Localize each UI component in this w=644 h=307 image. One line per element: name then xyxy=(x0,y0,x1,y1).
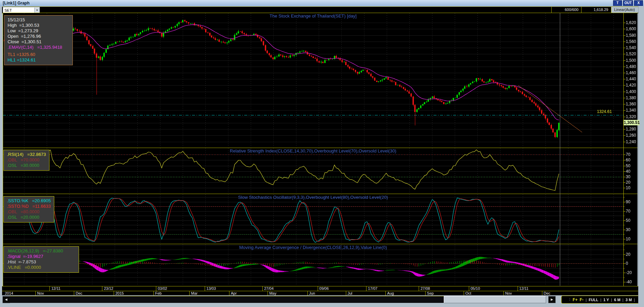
toolbar-grip-icon: ⁞ xyxy=(569,298,571,302)
separator: | xyxy=(600,298,601,302)
range-button-3m[interactable]: 3 M xyxy=(625,298,632,302)
y-tick-label: 1,560 xyxy=(626,39,636,44)
horizontal-scrollbar: ◀ ▶ ⁞F+F-|FULL|1 Y|6 M|3 M| xyxy=(0,295,644,304)
legend-line: 15/12/15 xyxy=(8,17,69,23)
x-date-tick: 13/03 xyxy=(205,286,216,291)
x-date-tick: 12/11 xyxy=(49,286,60,291)
x-date-tick: 17/07 xyxy=(366,286,377,291)
y-tick-label: 1,580 xyxy=(626,33,636,38)
legend-line: HL1 =1324.61 xyxy=(8,57,69,63)
separator: | xyxy=(586,298,587,302)
stoch-legend-box[interactable]: .SSTO.%K =20.6905.SSTO.%D =11.6633.OBL =… xyxy=(3,196,54,223)
y-tick-label: 1,320 xyxy=(626,114,636,119)
x-date-tick: 23/12 xyxy=(102,286,113,291)
x-date-tick: 03/02 xyxy=(156,286,167,291)
chart-canvas[interactable] xyxy=(0,0,644,307)
separator: | xyxy=(634,298,635,302)
range-button-6m[interactable]: 6 M xyxy=(614,298,620,302)
legend-line: .EMAV(C,14) =1,325.9418 xyxy=(8,45,69,50)
legend-line: .VLINE =0.0000 xyxy=(7,265,76,270)
legend-line: .OBL =80.0000 xyxy=(7,209,51,215)
legend-line: Low =1,273.29 xyxy=(8,28,69,34)
y-tick-label: 1,340 xyxy=(626,108,636,113)
y-tick-label: 50 xyxy=(626,218,630,223)
range-button-full[interactable]: FULL xyxy=(589,298,598,302)
legend-line: .Signal =-19.9627 xyxy=(7,254,76,259)
range-toolbar: ⁞F+F-|FULL|1 Y|6 M|3 M| xyxy=(561,296,643,304)
legend-line: .SSTO.%D =11.6633 xyxy=(7,204,51,209)
scroll-left-button[interactable]: ◀ xyxy=(2,296,10,303)
y-tick-label: 30 xyxy=(626,174,630,179)
y-tick-label: 1,500 xyxy=(626,58,636,63)
window-frame-left xyxy=(0,6,2,307)
range-button-1y[interactable]: 1 Y xyxy=(603,298,609,302)
y-tick-label: 1,380 xyxy=(626,95,636,100)
main-chart-title: The Stock Exchange of Thailand(SET) [day… xyxy=(3,13,623,19)
legend-line: .OSL =20.0000 xyxy=(7,215,51,220)
hline-value-label: 1324.61 xyxy=(597,109,612,114)
x-date-tick: 27/08 xyxy=(419,286,430,291)
y-tick-label: 1,420 xyxy=(626,83,636,88)
scrollbar-thumb[interactable] xyxy=(444,296,546,303)
y-tick-label: 10 xyxy=(626,185,630,190)
y-tick-label: -20 xyxy=(626,270,632,275)
scrollbar-track[interactable] xyxy=(10,296,444,303)
y-tick-label: 0 xyxy=(626,261,628,266)
app-window: [Link1] Graph T OUT X SET ▼ 600/600 1,61… xyxy=(0,0,644,307)
x-date-tick: 09/06 xyxy=(318,286,329,291)
legend-line: .RSI(14) =32.8673 xyxy=(7,152,46,157)
y-tick-label: 60 xyxy=(626,158,630,162)
legend-line: .Hist =-7.8753 xyxy=(7,259,76,265)
rsi-title: Relative Strength Index(CLOSE,14,30,70),… xyxy=(3,148,623,154)
y-tick-label: 1,360 xyxy=(626,102,636,106)
legend-line: .OSL =30.0000 xyxy=(7,163,46,168)
zoom-in-button[interactable]: F+ xyxy=(573,297,577,302)
y-tick-label: 50 xyxy=(626,163,630,168)
y-tick-label: 1,280 xyxy=(626,127,636,132)
y-tick-label: 1,480 xyxy=(626,64,636,69)
legend-line: Open =1,276.96 xyxy=(8,34,69,39)
x-date-tick: 27/04 xyxy=(262,286,274,291)
window-frame-bottom xyxy=(0,304,644,307)
legend-line: .MACD(26,12,9) =-27.8380 xyxy=(7,248,76,254)
y-tick-label: 1,620 xyxy=(626,20,636,25)
y-tick-label: 20 xyxy=(626,252,630,257)
y-tick-label: 10 xyxy=(626,237,630,241)
legend-line: Close =1,300.51 xyxy=(8,39,69,45)
window-frame-right xyxy=(638,6,644,307)
y-tick-label: 1,400 xyxy=(626,89,636,94)
y-tick-label: 1,440 xyxy=(626,77,636,81)
zoom-out-button[interactable]: F- xyxy=(580,297,584,302)
separator: | xyxy=(622,298,623,302)
chart-area: The Stock Exchange of Thailand(SET) [day… xyxy=(0,13,644,295)
last-price-tag: 1,300.51 xyxy=(624,120,640,125)
y-tick-label: 90 xyxy=(626,200,630,204)
y-tick-label: 30 xyxy=(626,227,630,232)
x-axis-dates: 12/1123/1203/0213/0327/0409/0617/0727/08… xyxy=(2,286,638,291)
y-tick-label: 70 xyxy=(626,152,630,157)
macd-legend-box[interactable]: .MACD(26,12,9) =-27.8380.Signal =-19.962… xyxy=(3,246,79,273)
y-tick-label: 1,540 xyxy=(626,45,636,50)
y-tick-label: 40 xyxy=(626,169,630,174)
x-date-tick: 12/11 xyxy=(518,286,529,291)
y-tick-label: 1,260 xyxy=(626,133,636,138)
legend-line: .SSTO.%K =20.6905 xyxy=(7,198,51,204)
y-tick-label: 1,520 xyxy=(626,52,636,56)
legend-line: High =1,300.53 xyxy=(8,23,69,28)
y-tick-label: 1,240 xyxy=(626,139,636,144)
ohlc-info-box[interactable]: 15/12/15High =1,300.53Low =1,273.29Open … xyxy=(4,15,73,65)
legend-line: .OBL =70.0000 xyxy=(7,157,46,163)
separator: | xyxy=(611,298,612,302)
stoch-title: Slow Stochastics Oscillator(9,3,3),Overb… xyxy=(3,195,623,200)
rsi-legend-box[interactable]: .RSI(14) =32.8673.OBL =70.0000.OSL =30.0… xyxy=(3,150,49,171)
legend-line: TL1 =1325.60 xyxy=(8,52,69,57)
y-tick-label: 70 xyxy=(626,209,630,214)
scroll-right-button[interactable]: ▶ xyxy=(548,296,556,303)
macd-title: Moving Average Convergence / Divergence(… xyxy=(3,245,623,250)
x-date-tick: 05/10 xyxy=(469,286,480,291)
y-tick-label: 1,460 xyxy=(626,70,636,75)
y-tick-label: -40 xyxy=(626,280,632,284)
y-tick-label: 1,600 xyxy=(626,26,636,31)
y-tick-label: 20 xyxy=(626,180,630,185)
